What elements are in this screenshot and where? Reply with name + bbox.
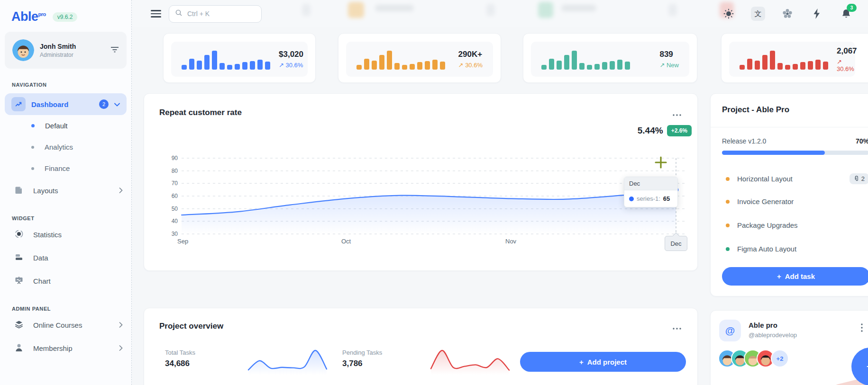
settings-flower-icon[interactable] bbox=[780, 6, 795, 21]
sidebar-item-data[interactable]: Data bbox=[0, 246, 131, 269]
tooltip-body: series-1: 65 bbox=[624, 190, 677, 207]
plus-icon: + bbox=[579, 358, 584, 366]
sidebar-item-analytics[interactable]: Analytics bbox=[0, 136, 131, 158]
chevron-right-icon bbox=[119, 321, 123, 330]
user-name: Jonh Smith bbox=[40, 43, 105, 50]
stat-inner: $3,020 ↗ 30.6% bbox=[171, 42, 308, 77]
stat-inner: 2,067 ↗ 30.6% bbox=[729, 42, 855, 77]
add-task-button[interactable]: + Add task bbox=[722, 267, 868, 286]
plus-icon: + bbox=[777, 272, 781, 280]
project-overview-card: Project overview Total Tasks 34,686 Pend… bbox=[144, 308, 698, 385]
line-chart[interactable]: 90 80 70 60 50 40 30 bbox=[144, 94, 697, 270]
svg-text:80: 80 bbox=[172, 168, 178, 174]
stat-values: 839 ↗ New bbox=[651, 50, 679, 69]
global-search[interactable] bbox=[169, 5, 262, 23]
divider bbox=[711, 127, 868, 127]
stat-change: ↗ 30.6% bbox=[279, 62, 303, 69]
search-icon bbox=[175, 9, 183, 18]
profile-name: Able pro bbox=[749, 321, 777, 329]
series-dot-icon bbox=[629, 197, 634, 201]
task-row[interactable]: Invoice Generator bbox=[726, 197, 868, 206]
repeat-customer-rate-card: Repeat customer rate 5.44% +2.6% 90 80 7… bbox=[144, 93, 698, 271]
statistics-icon bbox=[14, 229, 24, 241]
nav-section-label: NAVIGATION bbox=[12, 82, 131, 88]
topbar-content: 文 3 bbox=[132, 0, 868, 27]
brand-logo: Ablepro bbox=[11, 9, 46, 24]
stat-inner: 839 ↗ New bbox=[531, 42, 689, 77]
lightning-icon[interactable] bbox=[809, 6, 824, 21]
user-role: Administrator bbox=[40, 52, 105, 58]
task-row[interactable]: Package Upgrades bbox=[726, 221, 868, 229]
sidebar-item-label: Analytics bbox=[45, 143, 73, 151]
profile-handle: @ableprodevelop bbox=[749, 331, 797, 339]
sidebar-item-label: Layouts bbox=[33, 187, 110, 195]
stat-card-orders: 839 ↗ New bbox=[523, 33, 697, 83]
stat-value: $3,020 bbox=[279, 50, 303, 59]
sidebar-item-finance[interactable]: Finance bbox=[0, 158, 131, 179]
sidebar-item-label: Chart bbox=[33, 277, 123, 285]
add-project-button[interactable]: + Add project bbox=[520, 352, 686, 372]
trend-up-icon: ↗ bbox=[659, 62, 665, 69]
theme-toggle-sun-icon[interactable] bbox=[721, 6, 736, 21]
card-title: Project overview bbox=[159, 322, 223, 331]
search-input[interactable] bbox=[186, 9, 250, 18]
pending-tasks-stat: Pending Tasks 3,786 bbox=[342, 349, 382, 368]
notifications-bell-icon[interactable]: 3 bbox=[839, 6, 854, 21]
sidebar: Ablepro v9.6.2 Jonh Smith Administrator … bbox=[0, 0, 132, 385]
user-card[interactable]: Jonh Smith Administrator bbox=[5, 32, 127, 69]
user-avatar bbox=[12, 39, 34, 61]
sidebar-item-online-courses[interactable]: Online Courses bbox=[0, 313, 131, 337]
sidebar-item-chart[interactable]: Chart bbox=[0, 269, 131, 293]
stat-values: 2,067 ↗ 30.6% bbox=[828, 46, 857, 72]
sparkline-bars bbox=[182, 49, 270, 70]
x-axis-label: Sep bbox=[177, 238, 188, 245]
more-vertical-icon[interactable] bbox=[860, 323, 863, 334]
sidebar-item-dashboard[interactable]: Dashboard 2 bbox=[5, 93, 127, 115]
task-row[interactable]: Horizontal Layout 2 bbox=[726, 173, 868, 184]
menu-toggle-icon[interactable] bbox=[151, 8, 161, 19]
filter-icon[interactable] bbox=[110, 46, 119, 54]
release-percent: 70% bbox=[856, 137, 868, 145]
sidebar-item-layouts[interactable]: Layouts bbox=[0, 179, 131, 202]
dashboard-count-badge: 2 bbox=[99, 99, 109, 109]
sidebar-item-label: Default bbox=[45, 122, 68, 130]
attachment-badge[interactable]: 2 bbox=[850, 173, 868, 184]
release-progress bbox=[722, 151, 868, 155]
svg-text:40: 40 bbox=[172, 218, 178, 224]
release-label: Release v1.2.0 bbox=[722, 137, 766, 145]
more-menu-icon[interactable] bbox=[672, 323, 682, 332]
trend-up-icon: ↗ bbox=[458, 62, 464, 69]
chevron-right-icon bbox=[119, 344, 123, 353]
sparkline-bars bbox=[740, 49, 828, 70]
svg-text:70: 70 bbox=[172, 180, 178, 187]
add-member-button[interactable]: + bbox=[851, 348, 868, 385]
notification-count-badge: 3 bbox=[847, 4, 857, 12]
data-icon bbox=[14, 252, 24, 264]
chevron-right-icon bbox=[119, 187, 123, 195]
translate-icon[interactable]: 文 bbox=[750, 6, 766, 21]
release-row: Release v1.2.0 70% bbox=[722, 137, 868, 145]
total-tasks-sparkline bbox=[246, 348, 329, 376]
sidebar-item-default[interactable]: Default bbox=[0, 115, 131, 136]
svg-text:30: 30 bbox=[172, 231, 178, 237]
task-status-dot bbox=[726, 247, 730, 251]
user-meta: Jonh Smith Administrator bbox=[40, 43, 105, 58]
task-row[interactable]: Figma Auto Layout bbox=[726, 245, 868, 253]
tooltip-title: Dec bbox=[624, 177, 677, 190]
x-axis-label: Nov bbox=[505, 238, 516, 245]
sidebar-item-membership[interactable]: Membership bbox=[0, 337, 131, 360]
bullet-icon bbox=[31, 167, 34, 170]
at-icon: @ bbox=[719, 320, 741, 341]
stat-card-users: 2,067 ↗ 30.6% bbox=[721, 33, 868, 83]
stat-values: $3,020 ↗ 30.6% bbox=[270, 50, 303, 69]
task-label: Package Upgrades bbox=[737, 221, 868, 229]
stat-value: 290K+ bbox=[458, 50, 483, 59]
svg-text:50: 50 bbox=[172, 206, 178, 212]
version-badge: v9.6.2 bbox=[53, 12, 78, 22]
sidebar-item-statistics[interactable]: Statistics bbox=[0, 223, 131, 246]
stat-label: Pending Tasks bbox=[342, 349, 382, 356]
more-avatars-badge[interactable]: +2 bbox=[771, 349, 789, 367]
logo[interactable]: Ablepro v9.6.2 bbox=[0, 0, 131, 24]
svg-text:60: 60 bbox=[172, 193, 178, 199]
pending-tasks-sparkline bbox=[429, 348, 512, 376]
